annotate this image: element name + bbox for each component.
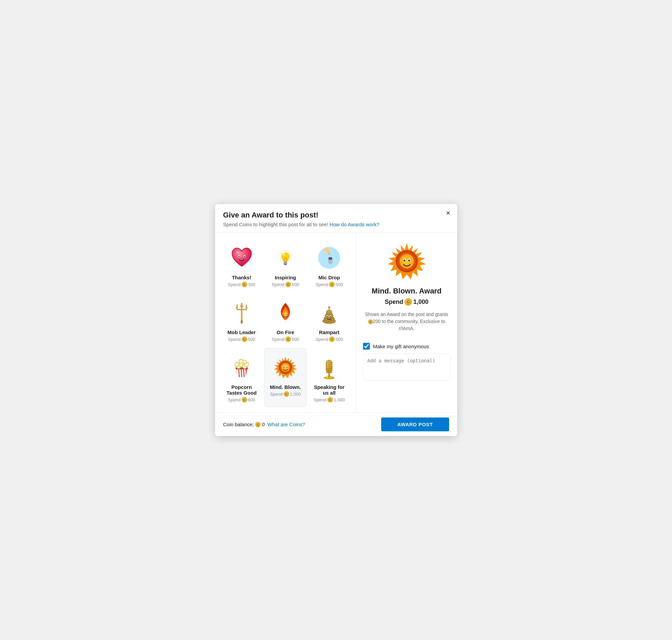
award-icon-mind-blown bbox=[273, 354, 297, 381]
award-item-rampart[interactable]: Rampart Spend C 500 bbox=[308, 293, 350, 347]
coin-icon: C bbox=[242, 282, 247, 287]
coin-balance: Coin balance: C 0 What are Coins? bbox=[223, 422, 305, 427]
awards-grid: Thanks! Spend C 300 bbox=[220, 238, 351, 407]
svg-point-61 bbox=[408, 260, 410, 261]
svg-point-34 bbox=[235, 362, 239, 367]
award-cost-thanks: Spend C 300 bbox=[228, 282, 255, 287]
award-detail-section: Mind. Blown. Award Spend C 1,000 Shows a… bbox=[356, 233, 457, 412]
award-post-button[interactable]: AWARD POST bbox=[381, 418, 449, 431]
message-input[interactable] bbox=[363, 354, 451, 380]
modal-title: Give an Award to this post! bbox=[223, 211, 449, 219]
coin-icon: C bbox=[329, 336, 335, 342]
svg-point-37 bbox=[243, 360, 246, 364]
svg-rect-12 bbox=[329, 257, 333, 260]
coin-icon: C bbox=[329, 282, 335, 287]
award-cost-mic-drop: Spend C 500 bbox=[316, 282, 343, 287]
award-item-thanks[interactable]: Thanks! Spend C 300 bbox=[220, 238, 263, 292]
award-item-mic-drop[interactable]: Mic Drop Spend C 500 bbox=[308, 238, 350, 292]
award-cost-inspiring: Spend C 500 bbox=[272, 282, 299, 287]
award-cost-speaking: Spend C 1,000 bbox=[313, 397, 345, 402]
coin-icon: C bbox=[327, 397, 333, 402]
award-name-on-fire: On Fire bbox=[277, 330, 294, 335]
award-icon-speaking bbox=[317, 354, 341, 381]
award-icon-on-fire bbox=[273, 299, 297, 326]
anonymous-label: Make my gift anonymous bbox=[373, 344, 429, 349]
coin-icon: C bbox=[242, 336, 247, 342]
modal-body: Thanks! Spend C 300 bbox=[215, 233, 457, 412]
award-icon-popcorn bbox=[230, 354, 254, 381]
svg-point-36 bbox=[239, 359, 243, 364]
award-item-inspiring[interactable]: Inspiring Spend C 500 bbox=[264, 238, 307, 292]
award-name-mob-leader: Mob Leader bbox=[228, 330, 256, 335]
svg-point-28 bbox=[327, 316, 328, 317]
award-cost-popcorn: Spend C 600 bbox=[228, 397, 255, 402]
detail-coin-icon: C bbox=[405, 298, 412, 306]
svg-point-29 bbox=[330, 316, 331, 317]
svg-point-25 bbox=[326, 309, 332, 316]
svg-point-60 bbox=[404, 260, 405, 261]
svg-point-4 bbox=[244, 256, 245, 258]
detail-award-name: Mind. Blown. Award bbox=[372, 287, 442, 295]
award-name-popcorn: Popcorn Tastes Good bbox=[224, 384, 260, 396]
awards-help-link[interactable]: How do Awards work? bbox=[330, 221, 379, 227]
award-item-mind-blown[interactable]: Mind. Blown. Spend C 1,000 bbox=[264, 348, 307, 407]
award-icon-mic-drop bbox=[317, 244, 341, 271]
svg-point-20 bbox=[283, 314, 284, 315]
what-are-coins-link[interactable]: What are Coins? bbox=[267, 422, 305, 427]
close-button[interactable]: × bbox=[446, 209, 451, 217]
modal-subtitle: Spend Coins to highlight this post for a… bbox=[223, 221, 449, 227]
coin-icon: C bbox=[242, 397, 247, 402]
modal-footer: Coin balance: C 0 What are Coins? AWARD … bbox=[215, 412, 457, 436]
award-name-thanks: Thanks! bbox=[232, 275, 251, 280]
detail-award-image bbox=[386, 241, 427, 281]
svg-rect-9 bbox=[284, 264, 287, 265]
award-item-speaking[interactable]: Speaking for us all Spend C 1,000 bbox=[308, 348, 350, 407]
anonymous-row: Make my gift anonymous bbox=[363, 343, 451, 350]
award-item-on-fire[interactable]: On Fire Spend C 500 bbox=[264, 293, 307, 347]
svg-point-21 bbox=[287, 314, 288, 315]
award-name-mic-drop: Mic Drop bbox=[318, 275, 340, 280]
svg-rect-17 bbox=[241, 320, 243, 323]
award-icon-mob-leader bbox=[230, 299, 254, 326]
award-icon-rampart bbox=[317, 299, 341, 326]
award-cost-mind-blown: Spend C 1,000 bbox=[270, 391, 301, 397]
award-cost-rampart: Spend C 500 bbox=[316, 336, 343, 342]
coin-icon: C bbox=[286, 336, 291, 342]
awards-grid-section: Thanks! Spend C 300 bbox=[215, 233, 356, 412]
award-cost-on-fire: Spend C 500 bbox=[272, 336, 299, 342]
award-name-inspiring: Inspiring bbox=[275, 275, 296, 280]
award-name-rampart: Rampart bbox=[319, 330, 339, 335]
detail-award-description: Shows an Award on the post and grants C2… bbox=[363, 311, 451, 332]
detail-award-cost: Spend C 1,000 bbox=[384, 298, 428, 306]
award-name-mind-blown: Mind. Blown. bbox=[270, 384, 301, 390]
award-icon-inspiring bbox=[273, 244, 297, 271]
modal-header: Give an Award to this post! Spend Coins … bbox=[215, 204, 457, 233]
svg-point-43 bbox=[283, 366, 284, 367]
svg-rect-7 bbox=[284, 262, 288, 263]
award-item-popcorn[interactable]: Popcorn Tastes Good Spend C 600 bbox=[220, 348, 263, 407]
coin-icon: C bbox=[284, 391, 289, 397]
svg-rect-46 bbox=[328, 373, 330, 377]
footer-coin-icon: C bbox=[255, 422, 261, 427]
award-modal: Give an Award to this post! Spend Coins … bbox=[215, 204, 457, 436]
svg-rect-8 bbox=[284, 263, 288, 264]
award-icon-thanks bbox=[230, 244, 254, 271]
award-name-speaking: Speaking for us all bbox=[311, 384, 347, 396]
anonymous-checkbox[interactable] bbox=[363, 343, 370, 350]
award-item-mob-leader[interactable]: Mob Leader Spend C 500 bbox=[220, 293, 263, 347]
svg-point-3 bbox=[238, 256, 240, 258]
award-cost-mob-leader: Spend C 500 bbox=[228, 336, 255, 342]
svg-point-44 bbox=[287, 366, 288, 367]
coin-icon: C bbox=[286, 282, 291, 287]
